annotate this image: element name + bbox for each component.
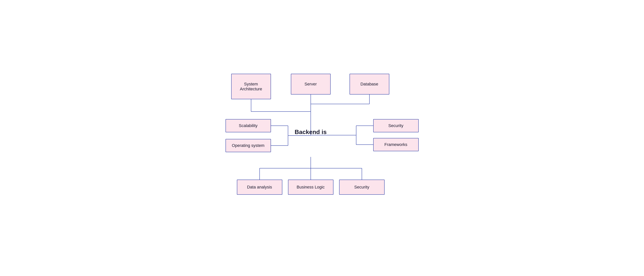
node-data-analysis: Data analysis bbox=[237, 180, 282, 195]
node-security-bottom: Security bbox=[339, 180, 384, 195]
center-label: Backend is bbox=[282, 129, 339, 136]
node-frameworks: Frameworks bbox=[373, 138, 419, 151]
node-system-architecture: System Architecture bbox=[231, 74, 271, 99]
node-server: Server bbox=[291, 74, 330, 95]
diagram-container: System Architecture Server Database Scal… bbox=[218, 66, 426, 210]
node-business-logic: Business Logic bbox=[288, 180, 334, 195]
node-security-right: Security bbox=[373, 119, 419, 132]
node-database: Database bbox=[350, 74, 389, 95]
node-operating-system: Operating system bbox=[226, 139, 271, 152]
node-scalability: Scalability bbox=[226, 119, 271, 132]
